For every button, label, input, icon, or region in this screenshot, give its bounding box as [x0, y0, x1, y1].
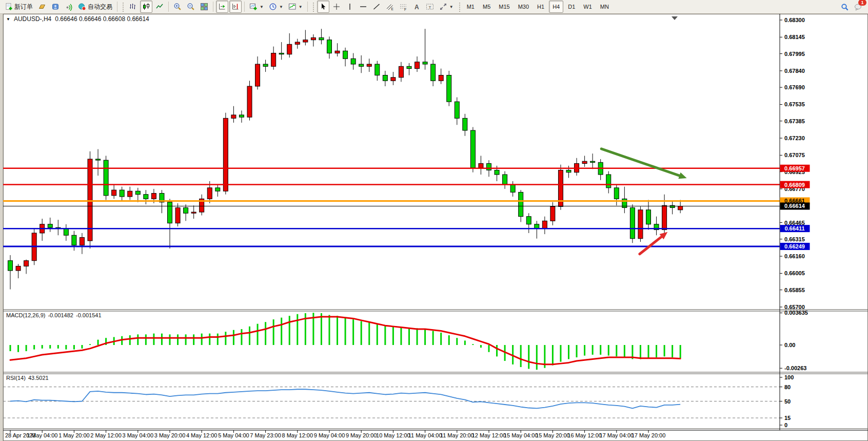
- price-line-badge: 0.66249: [780, 243, 810, 250]
- text-label-button[interactable]: T: [424, 1, 436, 13]
- rsi-tick-label: 15: [784, 415, 791, 421]
- timeframe-m5-button[interactable]: M5: [479, 1, 494, 13]
- time-tick-label: 3 May 04:00: [123, 432, 154, 438]
- crosshair-button[interactable]: [330, 1, 343, 13]
- signals-icon: [65, 3, 73, 11]
- cursor-button[interactable]: [317, 1, 329, 13]
- price-tick-label: 0.67385: [784, 118, 805, 124]
- time-tick-label: 15 May 04:00: [504, 432, 538, 438]
- arrows-button[interactable]: ▼: [437, 1, 456, 13]
- time-tick-label: 5 May 04:00: [218, 432, 249, 438]
- mt4-terminal: { "toolbar": { "groups": [ {"grip": fals…: [0, 0, 868, 441]
- price-tick-label: 0.66160: [784, 253, 805, 259]
- horizontal-line-icon: [359, 3, 367, 11]
- price-tick-label: 0.65855: [784, 287, 805, 293]
- vertical-line-icon: [346, 3, 354, 11]
- timeframe-m15-button[interactable]: M15: [495, 1, 513, 13]
- time-tick-label: 15 May 20:00: [536, 432, 570, 438]
- arrows-icon: [439, 3, 447, 11]
- auto-scroll-icon: [218, 3, 226, 11]
- timeframe-h4-button[interactable]: H4: [549, 1, 563, 13]
- candle: [558, 165, 563, 210]
- rsi-tick-label: 100: [784, 374, 794, 380]
- svg-text:E: E: [391, 7, 393, 11]
- candle: [223, 113, 228, 195]
- zoom-in-button[interactable]: [171, 1, 184, 13]
- new-order-button[interactable]: 新订单: [3, 1, 35, 13]
- line-chart-icon: [155, 3, 164, 11]
- metaeditor-icon: [38, 3, 46, 11]
- toolbar-separator: [244, 2, 245, 12]
- horizontal-line-button[interactable]: [357, 1, 369, 13]
- price-tick-label: 0.67535: [784, 101, 805, 107]
- vertical-line-button[interactable]: [344, 1, 356, 13]
- trendline-button[interactable]: [370, 1, 383, 13]
- auto-scroll-button[interactable]: [216, 1, 228, 13]
- svg-text:0.66614: 0.66614: [784, 203, 805, 209]
- time-tick-label: 17 May 20:00: [632, 432, 666, 438]
- autotrading-button[interactable]: 自动交易: [76, 1, 114, 13]
- new-chart-button[interactable]: ▼: [247, 1, 266, 13]
- chart-window[interactable]: ▼ AUDUSD-,H4 0.66646 0.66646 0.66608 0.6…: [3, 14, 868, 441]
- price-line-badge: 0.66957: [780, 165, 810, 172]
- chevron-down-icon[interactable]: ▼: [260, 5, 264, 9]
- macd-tick-label: -0.00263: [784, 365, 806, 371]
- toolbar-grip[interactable]: [458, 2, 461, 12]
- chart-shift-button[interactable]: [229, 1, 242, 13]
- price-tick-label: 0.68145: [784, 34, 805, 40]
- svg-text:F: F: [404, 8, 406, 11]
- market-watch-button[interactable]: [49, 1, 62, 13]
- price-line-badge: 0.66411: [780, 225, 810, 232]
- candles-chart-icon: [142, 3, 150, 11]
- time-tick-label: 1 May 20:00: [58, 432, 90, 438]
- chevron-down-icon[interactable]: ▼: [449, 5, 453, 9]
- chat-button[interactable]: 1: [852, 1, 864, 13]
- chevron-down-icon[interactable]: ▼: [279, 5, 283, 9]
- time-tick-label: 3 May 20:00: [154, 432, 186, 438]
- timeframe-h1-button[interactable]: H1: [534, 1, 548, 13]
- title-collapse-icon[interactable]: ▼: [6, 17, 10, 22]
- notification-badge: 1: [858, 0, 866, 6]
- new-chart-icon: [249, 3, 258, 11]
- candle: [88, 151, 92, 248]
- text-icon: A: [412, 3, 421, 11]
- price-tick-label: 0.67840: [784, 68, 805, 74]
- toolbar-grip[interactable]: [312, 2, 314, 12]
- search-button[interactable]: [839, 1, 851, 13]
- svg-text:0.66957: 0.66957: [784, 165, 805, 171]
- time-tick-label: 17 May 04:00: [599, 432, 634, 438]
- line-chart-button[interactable]: [153, 1, 166, 13]
- toolbar-grip[interactable]: [122, 2, 124, 12]
- rsi-tick-label: 0: [784, 422, 787, 428]
- macd-tick-label: 0.003635: [784, 310, 808, 316]
- fibonacci-button[interactable]: F: [397, 1, 409, 13]
- timeframe-m1-button[interactable]: M1: [463, 1, 478, 13]
- zoom-in-icon: [173, 3, 182, 11]
- chart-shift-icon: [231, 3, 240, 11]
- zoom-out-button[interactable]: [185, 1, 197, 13]
- bars-chart-icon: [129, 3, 137, 11]
- timeframe-d1-button[interactable]: D1: [564, 1, 579, 13]
- chart-canvas[interactable]: 0.683000.681450.679950.678400.676900.675…: [3, 14, 868, 441]
- timeframe-m30-button[interactable]: M30: [515, 1, 532, 13]
- channel-icon: E: [386, 3, 394, 11]
- tile-windows-button[interactable]: [198, 1, 210, 13]
- channel-button[interactable]: E: [384, 1, 396, 13]
- text-button[interactable]: A: [410, 1, 423, 13]
- candle: [630, 204, 635, 243]
- macd-label: MACD(12,26,9) -0.001482 -0.001541: [6, 312, 102, 318]
- macd-tick-label: 0.00: [784, 342, 795, 348]
- time-tick-label: 7 May 23:00: [250, 432, 281, 438]
- time-tick-label: 12 May 12:00: [472, 432, 506, 438]
- price-tick-label: 0.66005: [784, 270, 805, 276]
- metaeditor-button[interactable]: [36, 1, 48, 13]
- signals-button[interactable]: [63, 1, 75, 13]
- indicators-button[interactable]: ▼: [286, 1, 305, 13]
- toolbar-button-label: 新订单: [14, 3, 33, 11]
- bars-chart-button[interactable]: [127, 1, 139, 13]
- chevron-down-icon[interactable]: ▼: [299, 5, 303, 9]
- candles-chart-button[interactable]: [140, 1, 152, 13]
- timeframe-w1-button[interactable]: W1: [580, 1, 596, 13]
- timeframe-mn-button[interactable]: MN: [597, 1, 613, 13]
- periods-button[interactable]: ▼: [267, 1, 285, 13]
